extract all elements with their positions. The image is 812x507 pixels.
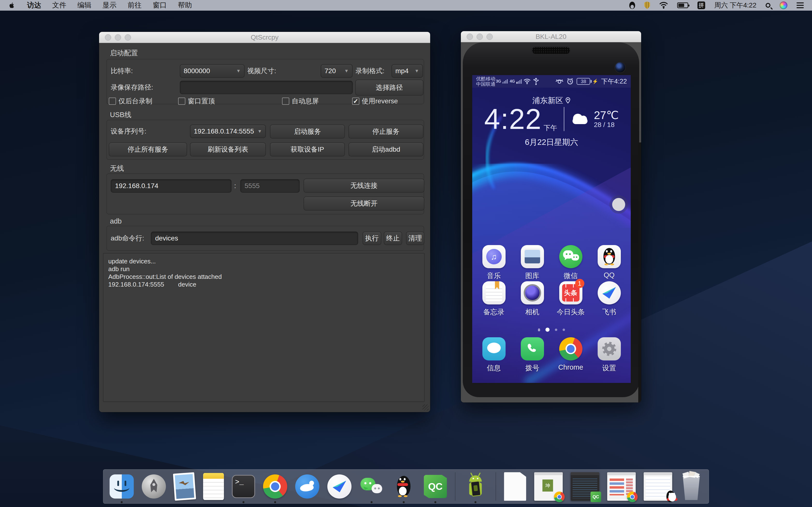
checkbox-box[interactable] [178,98,185,105]
app-notes[interactable]: 备忘录 [475,281,513,317]
pinyin-input-icon[interactable]: 拼 [698,1,705,9]
bitrate-combobox[interactable]: 8000000▼ [180,64,245,78]
menu-help[interactable]: 帮助 [178,0,192,10]
serial-combobox[interactable]: 192.168.0.174:5555▼ [190,125,266,138]
clear-button[interactable]: 清理 [406,231,424,245]
notes-app-icon [483,281,506,304]
phone-side-toolbar[interactable] [638,143,641,402]
widget-temperature: 27℃ [594,109,619,121]
wireless-port-input[interactable]: 5555 [240,179,300,193]
checkbox-box[interactable] [109,98,116,105]
wireless-disconnect-button[interactable]: 无线断开 [304,196,424,211]
qtscrcpy-titlebar[interactable]: QtScrcpy [99,32,430,43]
menu-edit[interactable]: 编辑 [77,0,91,10]
page-dot [555,329,557,331]
checkbox-box[interactable] [282,98,289,105]
dock-minimized-chrome-window[interactable]: 坤 [534,472,563,501]
video-size-combobox[interactable]: 720▼ [321,64,353,78]
record-path-input[interactable] [180,80,353,94]
menu-file[interactable]: 文件 [52,0,66,10]
dock-minimized-qtcreator-window[interactable]: QC [571,472,599,501]
siri-icon[interactable] [779,1,788,9]
menu-finder[interactable]: 访达 [27,0,41,10]
dock-seal-app[interactable] [295,472,319,501]
qq-icon [392,474,416,499]
dock-notes[interactable] [203,472,224,501]
app-wechat[interactable]: 微信 [552,245,590,281]
dock-finder[interactable] [110,472,134,501]
checkbox-screen-off[interactable]: 自动息屏 [282,97,319,105]
assistive-touch-ball[interactable] [609,195,628,214]
stop-all-services-button[interactable]: 停止所有服务 [109,143,187,157]
app-toutiao[interactable]: 头条 1 今日头条 [552,281,590,317]
refresh-device-list-button[interactable]: 刷新设备列表 [190,143,266,157]
wechat-icon [360,474,384,499]
wifi-icon[interactable] [659,2,668,9]
dock-terminal[interactable]: >_ [232,472,255,501]
app-chrome[interactable]: Chrome [552,337,590,373]
clock-widget[interactable]: 4:22 下午 27℃ 28 / 18 [472,102,631,136]
checkbox-always-on-top[interactable]: 窗口置顶 [178,97,215,105]
start-adbd-button[interactable]: 启动adbd [349,143,423,157]
app-qq[interactable]: QQ [590,245,628,281]
minimize-button[interactable] [476,34,483,40]
menubar-clock[interactable]: 周六 下午4:22 [714,1,756,10]
menu-view[interactable]: 显示 [102,0,116,10]
record-format-combobox[interactable]: mp4▼ [392,64,423,78]
dock-document[interactable] [504,472,526,501]
app-music[interactable]: ♫ 音乐 [475,245,513,281]
dock-scrcpy-robot[interactable] [463,472,488,501]
zoom-button[interactable] [487,34,493,40]
dock-qtcreator[interactable]: QC [424,472,447,501]
adb-log-output[interactable]: update devices... adb run AdbProcess::ou… [103,253,424,402]
terminate-button[interactable]: 终止 [384,231,402,245]
shield-status-icon[interactable] [644,1,650,9]
close-button[interactable] [105,34,111,41]
phone-screen[interactable]: 优酷移动 中国联通 3G 4G 38 ⚡ 下午4:22 [472,75,631,383]
app-gallery[interactable]: 图库 [513,245,552,281]
notification-center-icon[interactable] [797,2,804,8]
qq-status-icon[interactable] [629,2,635,9]
apple-menu-icon[interactable] [8,1,16,9]
minimize-button[interactable] [115,34,121,41]
get-device-ip-button[interactable]: 获取设备IP [270,143,345,157]
start-service-button[interactable]: 启动服务 [270,125,345,138]
terminal-icon: >_ [232,475,255,498]
execute-button[interactable]: 执行 [362,231,382,245]
phone-dock-row: 信息 拨号 Chrome 设置 [472,337,631,373]
wireless-ip-input[interactable]: 192.168.0.174 [111,179,232,193]
app-messages[interactable]: 信息 [475,337,513,373]
adb-cmd-input[interactable]: devices [151,231,358,245]
wireless-connect-button[interactable]: 无线连接 [304,179,424,193]
app-feishu[interactable]: 飞书 [590,281,628,317]
dock-wechat[interactable] [360,472,384,501]
stop-service-button[interactable]: 停止服务 [349,125,423,138]
menu-go[interactable]: 前往 [128,0,142,10]
dock-paper-plane-app[interactable] [327,472,352,501]
running-indicator [475,501,476,503]
phone-window-titlebar[interactable]: BKL-AL20 [461,31,641,42]
checkbox-use-reverse[interactable]: 使用reverse [352,97,398,105]
checkbox-background-record[interactable]: 仅后台录制 [109,97,152,105]
dock-chrome[interactable] [263,472,287,501]
menu-window[interactable]: 窗口 [153,0,167,10]
battery-icon[interactable] [677,2,688,8]
resize-grip[interactable] [422,404,429,411]
app-dialer[interactable]: 拨号 [513,337,552,373]
choose-path-button[interactable]: 选择路径 [355,80,423,96]
app-settings[interactable]: 设置 [590,337,628,373]
log-line: adb run [108,265,419,273]
phone-status-bar: 优酷移动 中国联通 3G 4G 38 ⚡ 下午4:22 [472,75,631,88]
dock-minimized-webpage-window[interactable] [607,472,636,501]
zoom-button[interactable] [125,34,131,41]
close-button[interactable] [467,34,473,40]
dock-qq[interactable] [392,472,416,501]
dock-trash[interactable] [680,472,703,501]
checkbox-box-checked[interactable] [352,98,359,105]
app-camera[interactable]: 相机 [513,281,552,317]
search-icon[interactable] [766,3,770,8]
dock-minimized-qq-window[interactable] [644,472,672,501]
dock-mail[interactable] [174,472,195,501]
dock-launchpad[interactable] [142,472,166,501]
notification-badge: 1 [575,279,585,288]
